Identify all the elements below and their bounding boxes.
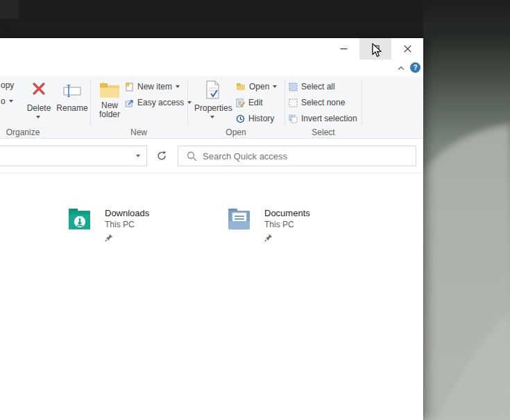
select-none-icon	[289, 98, 298, 107]
new-folder-label: New folder	[93, 101, 126, 119]
dropdown-caret-icon	[176, 85, 180, 88]
easy-access-button[interactable]: Easy access	[125, 98, 192, 107]
history-label: History	[248, 114, 274, 123]
new-folder-button[interactable]: New folder	[93, 78, 126, 125]
clipped-button-fragment[interactable]: opy	[1, 80, 14, 90]
dropdown-caret-icon	[9, 100, 13, 103]
history-icon	[236, 114, 245, 123]
desktop-curve-decoration	[423, 0, 510, 420]
open-icon	[236, 82, 246, 91]
dropdown-caret-icon	[273, 85, 277, 88]
edit-icon	[236, 98, 245, 107]
mouse-cursor	[372, 43, 383, 58]
open-button[interactable]: Open	[236, 82, 277, 91]
file-explorer-window: ? opy o Delete Rename	[0, 38, 423, 420]
rename-button[interactable]: Rename	[56, 78, 89, 125]
ribbon-utility-row: ?	[0, 60, 423, 76]
clipped-button-fragment[interactable]: o	[1, 96, 6, 106]
new-folder-icon	[99, 82, 120, 98]
invert-selection-label: Invert selection	[301, 114, 357, 123]
ribbon-group-divider	[187, 80, 188, 125]
properties-icon	[205, 80, 221, 99]
dropdown-caret-icon	[36, 116, 40, 119]
group-label-select: Select	[284, 128, 362, 137]
desktop-wallpaper	[423, 0, 510, 420]
easy-access-icon	[125, 98, 134, 107]
dark-top-area	[0, 0, 423, 38]
select-none-label: Select none	[301, 98, 345, 107]
dropdown-caret-icon	[187, 101, 192, 104]
tile-location: This PC	[264, 219, 310, 230]
history-button[interactable]: History	[236, 114, 274, 123]
ribbon-group-divider	[284, 80, 285, 125]
refresh-button[interactable]	[151, 146, 172, 166]
minimize-button[interactable]	[328, 38, 359, 60]
search-box[interactable]: Search Quick access	[178, 146, 416, 166]
ribbon-group-divider	[362, 80, 362, 125]
open-label: Open	[249, 82, 269, 91]
close-icon	[404, 45, 411, 53]
new-item-icon	[125, 82, 134, 91]
rename-label: Rename	[56, 104, 89, 113]
properties-label: Properties	[194, 104, 232, 113]
group-label-organize: Organize	[0, 128, 46, 137]
help-button[interactable]: ?	[410, 62, 420, 73]
ribbon: opy o Delete Rename	[0, 76, 423, 139]
search-placeholder: Search Quick access	[203, 151, 287, 161]
edit-button[interactable]: Edit	[236, 98, 263, 107]
close-button[interactable]	[391, 38, 423, 60]
help-icon: ?	[413, 64, 417, 71]
delete-label: Delete	[24, 104, 54, 113]
new-item-button[interactable]: New item	[125, 82, 180, 91]
titlebar	[0, 38, 423, 60]
documents-folder-icon	[228, 207, 257, 231]
chevron-up-icon	[398, 66, 405, 71]
delete-red-x-icon	[32, 82, 46, 96]
select-all-button[interactable]: Select all	[289, 82, 335, 91]
select-none-button[interactable]: Select none	[289, 98, 345, 107]
select-all-label: Select all	[301, 82, 335, 91]
minimize-icon	[340, 45, 348, 53]
invert-selection-button[interactable]: Invert selection	[289, 114, 357, 123]
address-bar-row: Search Quick access	[0, 139, 423, 173]
tile-name: Downloads	[105, 208, 149, 219]
group-label-open: Open	[187, 128, 284, 137]
edit-label: Edit	[248, 98, 263, 107]
group-label-new: New	[90, 128, 187, 137]
collapse-ribbon-button[interactable]	[396, 64, 407, 72]
downloads-folder-icon	[68, 207, 97, 231]
address-dropdown-caret-icon	[136, 155, 140, 157]
search-icon	[187, 151, 197, 161]
invert-selection-icon	[289, 114, 298, 123]
top-left-tile	[0, 0, 19, 19]
refresh-icon	[156, 150, 167, 161]
dropdown-caret-icon	[210, 116, 214, 119]
tile-location: This PC	[105, 219, 149, 230]
quick-access-tile-documents[interactable]: Documents This PC	[228, 207, 310, 245]
properties-button[interactable]: Properties	[194, 78, 232, 125]
tile-name: Documents	[264, 208, 310, 219]
rename-icon	[63, 85, 81, 97]
select-all-icon	[289, 82, 298, 91]
pin-icon	[264, 234, 273, 242]
delete-button[interactable]: Delete	[24, 78, 54, 125]
address-combobox[interactable]	[0, 146, 147, 166]
ribbon-group-divider	[90, 80, 91, 125]
easy-access-label: Easy access	[137, 98, 184, 107]
pin-icon	[105, 234, 113, 242]
quick-access-tile-downloads[interactable]: Downloads This PC	[68, 207, 149, 245]
new-item-label: New item	[137, 82, 172, 91]
